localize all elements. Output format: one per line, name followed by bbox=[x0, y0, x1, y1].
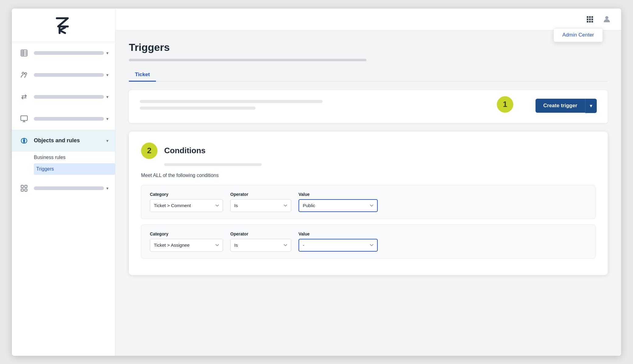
category-select-1[interactable]: Ticket > Comment bbox=[150, 199, 223, 212]
title-decoration-bar bbox=[129, 59, 366, 61]
operator-select-1[interactable]: Is bbox=[230, 199, 291, 212]
svg-point-25 bbox=[605, 16, 608, 19]
create-trigger-dropdown-button[interactable]: ▾ bbox=[585, 99, 597, 113]
condition-fields-1: Category Ticket > Comment Operator Is bbox=[150, 192, 587, 212]
sidebar-item-devices[interactable]: ▾ bbox=[12, 108, 115, 130]
trigger-skeleton bbox=[140, 100, 597, 110]
screen-icon bbox=[19, 113, 30, 124]
value-select-2[interactable]: - bbox=[299, 239, 378, 252]
svg-rect-16 bbox=[587, 16, 588, 18]
svg-rect-20 bbox=[589, 19, 591, 20]
conditions-header: 2 Conditions bbox=[141, 143, 596, 159]
conditions-title: Conditions bbox=[164, 146, 206, 155]
tab-ticket[interactable]: Ticket bbox=[129, 69, 156, 82]
topbar: Admin Center bbox=[115, 9, 621, 30]
step-2-badge: 2 bbox=[141, 143, 157, 159]
svg-rect-13 bbox=[25, 185, 27, 188]
tabs-bar: Ticket bbox=[129, 69, 608, 82]
svg-point-4 bbox=[22, 72, 24, 74]
sidebar-item-apps[interactable]: ▾ bbox=[12, 177, 115, 199]
create-trigger-button[interactable]: Create trigger bbox=[536, 99, 585, 113]
value-select-1[interactable]: Public bbox=[299, 199, 378, 212]
svg-rect-24 bbox=[591, 21, 593, 22]
conditions-card: 2 Conditions Meet ALL of the following c… bbox=[129, 132, 608, 275]
svg-rect-0 bbox=[21, 50, 27, 56]
main-content: Admin Center Triggers Ticket 1 bbox=[115, 9, 621, 356]
user-menu-button[interactable] bbox=[601, 13, 613, 25]
svg-rect-23 bbox=[589, 21, 591, 22]
condition-row-2: Category Ticket > Assignee Operator Is bbox=[141, 224, 596, 259]
sub-nav-triggers[interactable]: Triggers bbox=[34, 163, 115, 175]
people-icon bbox=[19, 69, 30, 80]
category-select-2[interactable]: Ticket > Assignee bbox=[150, 239, 223, 252]
create-trigger-group: Create trigger ▾ bbox=[536, 99, 597, 113]
operator-group-2: Operator Is bbox=[230, 231, 291, 252]
apps-icon bbox=[19, 183, 30, 194]
condition-row-1: Category Ticket > Comment Operator Is bbox=[141, 185, 596, 219]
svg-rect-18 bbox=[591, 16, 593, 18]
page-title: Triggers bbox=[129, 41, 608, 53]
sidebar-item-workspace[interactable]: ▾ bbox=[12, 42, 115, 64]
operator-label-2: Operator bbox=[230, 231, 291, 236]
category-group-2: Category Ticket > Assignee bbox=[150, 231, 223, 252]
sidebar-item-people[interactable]: ▾ bbox=[12, 64, 115, 86]
apps-grid-button[interactable] bbox=[584, 13, 596, 25]
sub-nav-business-rules[interactable]: Business rules bbox=[34, 152, 115, 163]
trigger-area: 1 Create trigger ▾ bbox=[129, 90, 608, 123]
transfer-icon bbox=[19, 91, 30, 102]
operator-group-1: Operator Is bbox=[230, 192, 291, 212]
meet-all-text: Meet ALL of the following conditions bbox=[141, 173, 596, 178]
value-label-1: Value bbox=[299, 192, 378, 197]
sidebar: ▾ ▾ bbox=[12, 9, 115, 356]
value-label-2: Value bbox=[299, 231, 378, 236]
svg-rect-17 bbox=[589, 16, 591, 18]
objects-rules-label: Objects and rules bbox=[34, 137, 104, 144]
zendesk-logo-icon bbox=[53, 16, 75, 34]
sub-nav: Business rules Triggers bbox=[12, 152, 115, 175]
svg-rect-19 bbox=[587, 19, 588, 20]
admin-center-dropdown: Admin Center bbox=[553, 28, 603, 42]
operator-select-2[interactable]: Is bbox=[230, 239, 291, 252]
svg-point-5 bbox=[25, 72, 27, 75]
svg-rect-14 bbox=[21, 189, 23, 191]
svg-rect-8 bbox=[21, 116, 27, 120]
value-group-1: Value Public bbox=[299, 192, 378, 212]
category-label-2: Category bbox=[150, 231, 223, 236]
svg-rect-22 bbox=[587, 21, 588, 22]
sidebar-logo bbox=[12, 9, 115, 42]
chevron-down-icon: ▾ bbox=[590, 103, 592, 109]
operator-label-1: Operator bbox=[230, 192, 291, 197]
topbar-icons bbox=[584, 13, 613, 25]
category-label-1: Category bbox=[150, 192, 223, 197]
step-1-badge: 1 bbox=[497, 96, 513, 113]
sidebar-item-objects-rules[interactable]: Objects and rules ▾ bbox=[12, 130, 115, 152]
admin-center-link[interactable]: Admin Center bbox=[562, 32, 594, 38]
svg-rect-12 bbox=[21, 185, 23, 188]
sidebar-item-channels[interactable]: ▾ bbox=[12, 86, 115, 108]
objects-rules-icon bbox=[19, 135, 30, 146]
conditions-skeleton-bar bbox=[164, 163, 262, 166]
condition-fields-2: Category Ticket > Assignee Operator Is bbox=[150, 231, 587, 252]
page-content: Triggers Ticket 1 Create trigger bbox=[115, 30, 621, 356]
svg-rect-15 bbox=[25, 189, 27, 191]
building-icon bbox=[19, 48, 30, 58]
svg-rect-21 bbox=[591, 19, 593, 20]
category-group-1: Category Ticket > Comment bbox=[150, 192, 223, 212]
value-group-2: Value - bbox=[299, 231, 378, 252]
